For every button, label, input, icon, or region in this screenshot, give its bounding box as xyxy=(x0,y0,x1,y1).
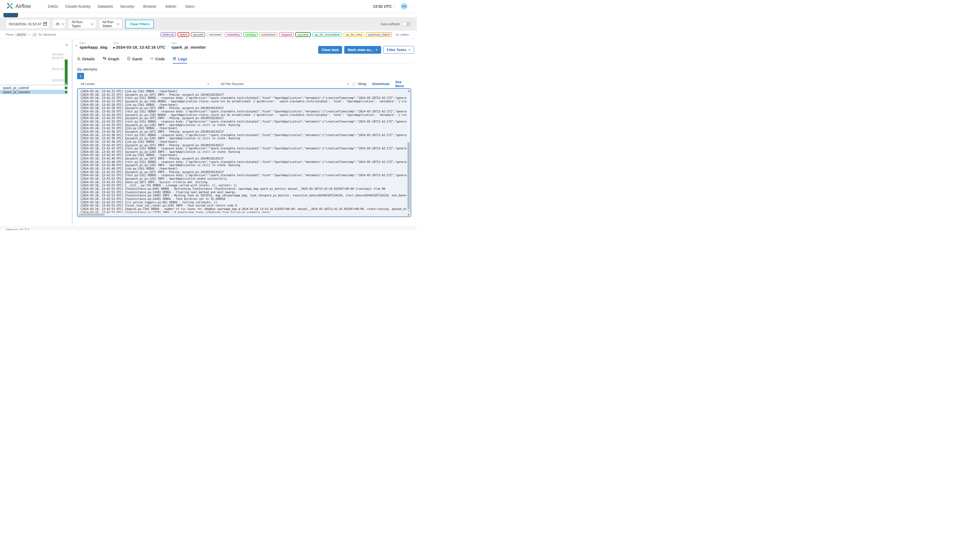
chevron-down-icon: ▾ xyxy=(157,5,158,8)
see-more-link[interactable]: See More xyxy=(395,80,411,88)
user-avatar[interactable]: AA xyxy=(401,3,407,10)
log-line: [2024-03-18, 13:42:23 UTC] {rest.py:231}… xyxy=(80,96,406,100)
log-line: [2024-03-18, 13:42:53 UTC] {base.py:287}… xyxy=(80,180,406,184)
status-badge[interactable]: no_status xyxy=(393,32,411,37)
status-badge[interactable]: up_for_reschedule xyxy=(312,32,342,37)
tab-logs[interactable]: Logs xyxy=(173,56,187,64)
tab-gantt[interactable]: Gantt xyxy=(127,56,142,64)
base-date-value[interactable] xyxy=(6,20,49,29)
status-badge[interactable]: success xyxy=(295,32,311,37)
nav-cluster-activity[interactable]: Cluster Activity xyxy=(65,4,91,8)
breadcrumb-task: Task spark_pi_monitor xyxy=(171,41,206,50)
vertical-scrollbar-thumb[interactable] xyxy=(407,142,410,209)
log-line: [2024-03-18, 13:42:28 UTC] {pyspark_pi.p… xyxy=(80,106,406,110)
filter-tasks-button[interactable]: Filter Tasks ▼ xyxy=(383,46,414,54)
scroll-up-arrow-icon[interactable] xyxy=(408,90,410,92)
status-badge[interactable]: skipped xyxy=(279,32,294,37)
log-source-select[interactable]: All File Sources xyxy=(217,81,352,87)
status-badge[interactable]: scheduled xyxy=(259,32,277,37)
chevron-down-icon: ▾ xyxy=(394,5,395,8)
auto-refresh-toggle[interactable] xyxy=(402,22,410,26)
airflow-logo[interactable]: Airflow xyxy=(6,1,31,12)
status-badge[interactable]: running xyxy=(243,32,258,37)
log-line: [2024-03-18, 13:42:48 UTC] {job.py:216} … xyxy=(80,167,406,170)
scroll-down-arrow-icon[interactable] xyxy=(408,211,410,212)
task-actions: Clear task Mark state as... ▼ Filter Tas… xyxy=(318,46,414,54)
status-badge[interactable]: failed xyxy=(178,32,189,37)
calendar-icon[interactable] xyxy=(43,22,47,27)
version-link[interactable]: v2.7.2 xyxy=(20,228,29,230)
log-line: [2024-03-18, 13:42:33 UTC] {rest.py:231}… xyxy=(80,120,406,123)
status-legend: deferredfailedqueuedremovedrestartingrun… xyxy=(161,32,411,37)
tab-details[interactable]: Details xyxy=(77,56,95,64)
log-lines: [2024-03-18, 13:42:23 UTC] {job.py:216} … xyxy=(80,89,406,213)
clear-task-button[interactable]: Clear task xyxy=(318,46,342,54)
wrap-checkbox[interactable] xyxy=(352,82,356,86)
base-date-input[interactable] xyxy=(6,20,49,29)
warning-triangle-icon xyxy=(77,57,81,61)
task-row[interactable]: spark_pi_submit xyxy=(0,86,68,90)
run-types-select[interactable]: All Run Types xyxy=(69,20,96,29)
nav-admin[interactable]: Admin▾ xyxy=(165,4,178,8)
horizontal-scrollbar[interactable] xyxy=(78,213,410,216)
task-link[interactable]: spark_pi_monitor xyxy=(171,45,206,50)
status-badge[interactable]: up_for_retry xyxy=(344,32,364,37)
collapse-panel-icon[interactable]: « xyxy=(65,42,68,47)
brand-text: Airflow xyxy=(16,3,31,9)
by-attempts-label: (by attempts) xyxy=(77,67,97,71)
panel-resizer-handle[interactable] xyxy=(72,39,73,225)
tab-code[interactable]: Code xyxy=(150,56,165,64)
timezone-selector[interactable]: 13:52 UTC ▾ xyxy=(373,4,395,8)
shift-keycap: shift xyxy=(15,33,27,37)
vertical-scrollbar[interactable] xyxy=(407,89,410,213)
chevron-down-icon xyxy=(347,82,349,84)
log-line: [2024-03-18, 13:42:38 UTC] {pyspark_pi.p… xyxy=(80,137,406,140)
nav-security[interactable]: Security▾ xyxy=(120,4,136,8)
tab-graph[interactable]: Graph xyxy=(103,56,119,64)
chevron-down-icon: ▾ xyxy=(135,5,136,8)
nav-docs[interactable]: Docs▾ xyxy=(185,4,196,8)
log-line: [2024-03-18, 13:42:33 UTC] {pyspark_pi.p… xyxy=(80,123,406,127)
task-status-square[interactable] xyxy=(65,87,67,89)
log-viewer: [2024-03-18, 13:42:23 UTC] {job.py:216} … xyxy=(77,88,411,217)
log-controls: All Levels All File Sources Wrap Downloa… xyxy=(77,81,411,87)
log-line: [2024-03-18, 13:42:53 UTC] {taskinstance… xyxy=(80,191,406,194)
breadcrumb-run: Run ▶ 2024-03-18, 13:42:16 UTC xyxy=(113,41,165,50)
log-line: [2024-03-18, 13:42:33 UTC] {job.py:216} … xyxy=(80,126,406,130)
status-badge[interactable]: deferred xyxy=(161,32,176,37)
nav-dags[interactable]: DAGs xyxy=(48,4,58,8)
page-footer: Version: v2.7.2 xyxy=(0,226,417,230)
status-badge[interactable]: upstream_failed xyxy=(366,32,392,37)
mark-state-button[interactable]: Mark state as... ▼ xyxy=(344,46,381,54)
tabs-divider xyxy=(75,64,414,64)
clear-filters-button[interactable]: Clear Filters xyxy=(126,20,154,29)
dag-link[interactable]: sparkapp_dag xyxy=(80,45,107,50)
toggle-knob xyxy=(402,22,407,26)
log-line: [2024-03-18, 13:42:53 UTC] {pyspark_pi.p… xyxy=(80,177,406,180)
scroll-left-arrow-icon[interactable] xyxy=(79,214,80,216)
status-badge[interactable]: removed xyxy=(207,32,223,37)
horizontal-scrollbar-thumb[interactable] xyxy=(81,213,105,216)
chevron-down-icon xyxy=(62,22,64,25)
attempt-1-button[interactable]: 1 xyxy=(77,73,84,79)
run-link[interactable]: ▶ 2024-03-18, 13:42:16 UTC xyxy=(113,45,165,50)
log-level-select[interactable]: All Levels xyxy=(77,81,213,87)
log-line: [2024-03-18, 13:42:53 UTC] {taskinstance… xyxy=(80,187,406,191)
task-status-square[interactable] xyxy=(65,91,67,93)
scroll-right-arrow-icon[interactable] xyxy=(408,214,410,216)
status-badge[interactable]: queued xyxy=(191,32,205,37)
download-log-link[interactable]: Download xyxy=(372,82,390,86)
log-line: [2024-03-18, 13:42:43 UTC] {pyspark_pi.p… xyxy=(80,150,406,154)
partial-scrolled-button xyxy=(3,13,18,17)
task-row[interactable]: spark_pi_monitor xyxy=(0,90,68,94)
run-duration-bar[interactable]: ▶ xyxy=(65,59,67,85)
status-badge[interactable]: restarting xyxy=(224,32,242,37)
expand-panel-icon[interactable]: » xyxy=(75,43,77,48)
nav-browse[interactable]: Browse▾ xyxy=(143,4,158,8)
chevron-down-icon xyxy=(91,22,94,25)
log-line: [2024-03-18, 13:42:23 UTC] {job.py:216} … xyxy=(80,89,406,93)
breadcrumb-dag: DAG sparkapp_dag xyxy=(80,41,107,50)
nav-datasets[interactable]: Datasets xyxy=(98,4,113,8)
page-size-select[interactable]: 25 xyxy=(53,20,65,29)
run-states-select[interactable]: All Run States xyxy=(100,20,122,29)
